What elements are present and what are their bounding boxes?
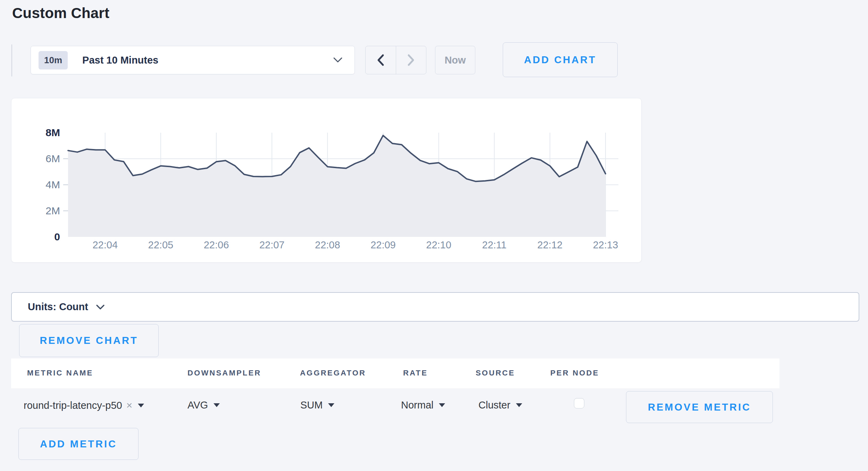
caret-down-icon <box>516 403 522 407</box>
aggregator-value: SUM <box>300 399 323 411</box>
source-select[interactable]: Cluster <box>478 399 522 411</box>
y-axis-label: 2M <box>45 205 60 216</box>
x-axis-label: 22:05 <box>148 239 174 250</box>
metric-name-value: round-trip-latency-p50 <box>24 400 122 411</box>
column-header-rate: RATE <box>403 369 428 378</box>
y-axis-label: 4M <box>45 179 60 190</box>
caret-down-icon <box>439 403 445 407</box>
x-axis-label: 22:08 <box>315 239 340 250</box>
column-header-per-node: PER NODE <box>550 369 599 378</box>
metrics-table-header: METRIC NAME DOWNSAMPLER AGGREGATOR RATE … <box>11 358 779 388</box>
downsampler-select[interactable]: AVG <box>187 399 220 411</box>
next-time-button[interactable] <box>396 46 426 74</box>
prev-time-button[interactable] <box>366 46 396 74</box>
chevron-down-icon <box>333 57 343 63</box>
time-range-label: Past 10 Minutes <box>82 55 158 66</box>
toolbar-accent-divider <box>11 44 12 76</box>
y-axis-label: 6M <box>45 153 60 164</box>
chevron-down-icon <box>96 304 105 310</box>
column-header-source: SOURCE <box>476 369 515 378</box>
x-axis-label: 22:10 <box>426 239 451 250</box>
x-axis-label: 22:09 <box>370 239 396 250</box>
downsampler-value: AVG <box>187 399 208 411</box>
column-header-metric-name: METRIC NAME <box>27 369 93 378</box>
add-metric-button[interactable]: ADD METRIC <box>18 428 139 460</box>
metric-chart-card: 22:0422:0522:0622:0722:0822:0922:1022:11… <box>11 98 642 263</box>
remove-chart-button[interactable]: REMOVE CHART <box>19 324 159 357</box>
remove-metric-button[interactable]: REMOVE METRIC <box>626 391 773 423</box>
caret-down-icon <box>138 404 144 407</box>
aggregator-select[interactable]: SUM <box>300 399 334 411</box>
caret-down-icon <box>214 403 220 407</box>
now-button[interactable]: Now <box>435 46 475 74</box>
clear-metric-icon[interactable]: × <box>126 399 133 411</box>
x-axis-label: 22:06 <box>204 239 229 250</box>
x-axis-label: 22:11 <box>482 239 507 250</box>
x-axis-label: 22:07 <box>259 239 285 250</box>
x-axis-label: 22:04 <box>92 239 118 250</box>
units-dropdown[interactable]: Units: Count <box>11 292 859 322</box>
metric-chart-svg: 22:0422:0522:0622:0722:0822:0922:1022:11… <box>11 98 641 262</box>
source-value: Cluster <box>478 399 510 411</box>
metric-name-select[interactable]: round-trip-latency-p50 × <box>24 399 144 411</box>
time-pager <box>365 46 426 74</box>
rate-value: Normal <box>401 399 433 411</box>
column-header-downsampler: DOWNSAMPLER <box>187 369 261 378</box>
add-chart-button[interactable]: ADD CHART <box>503 42 618 77</box>
y-axis-label: 0 <box>54 231 60 242</box>
time-range-dropdown[interactable]: 10m Past 10 Minutes <box>31 46 355 74</box>
x-axis-label: 22:12 <box>537 239 563 250</box>
chevron-left-icon <box>377 54 384 66</box>
time-scale-badge: 10m <box>39 51 68 69</box>
per-node-checkbox[interactable] <box>574 398 584 408</box>
series-area-fill <box>68 135 606 237</box>
x-axis-label: 22:13 <box>593 239 618 250</box>
caret-down-icon <box>328 403 334 407</box>
units-label: Units: Count <box>28 301 88 313</box>
rate-select[interactable]: Normal <box>401 399 445 411</box>
page-title: Custom Chart <box>12 5 109 22</box>
chevron-right-icon <box>407 54 415 66</box>
y-axis-label: 8M <box>45 127 60 138</box>
column-header-aggregator: AGGREGATOR <box>300 369 366 378</box>
